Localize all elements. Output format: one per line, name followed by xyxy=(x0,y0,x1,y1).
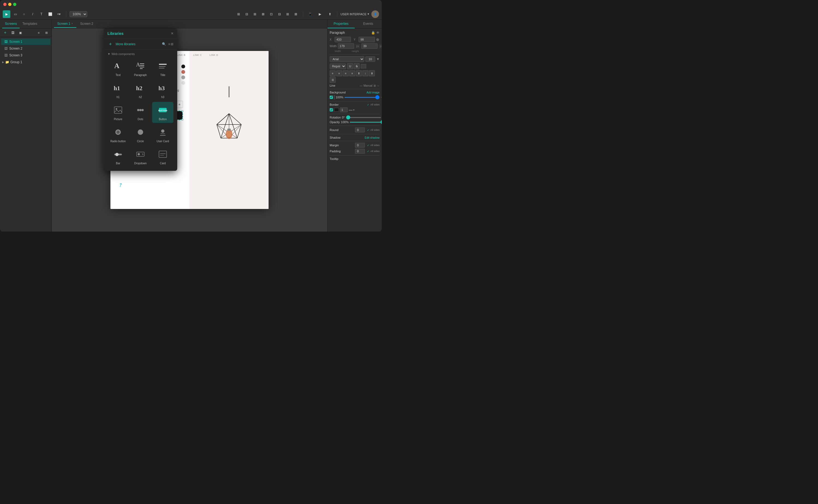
border-color-swatch[interactable] xyxy=(334,108,339,112)
font-family-select[interactable]: Arial xyxy=(330,56,364,62)
mobile-preview-btn[interactable]: 📱 xyxy=(307,10,314,18)
align-center-text-btn[interactable]: ≡ xyxy=(336,70,342,76)
background-checkbox[interactable] xyxy=(330,96,333,99)
font-style-select[interactable]: Regular xyxy=(330,63,346,69)
background-opacity-slider[interactable] xyxy=(344,97,380,98)
more-libraries-link[interactable]: More libraries xyxy=(116,42,160,46)
maximize-button[interactable] xyxy=(13,3,16,6)
add-tool[interactable]: +▾ xyxy=(55,10,63,18)
select-tool[interactable]: ▶ xyxy=(3,10,10,18)
padding-input[interactable] xyxy=(355,149,365,154)
valign-middle-btn[interactable]: ↕ xyxy=(362,70,368,76)
lib-item-text[interactable]: A Text xyxy=(107,58,129,79)
list-view-btn[interactable]: ≡ xyxy=(168,42,170,46)
align-center-btn[interactable]: ⊟ xyxy=(243,10,251,18)
align-right-text-btn[interactable]: ≡ xyxy=(343,70,349,76)
circle-tool[interactable]: ○ xyxy=(20,10,28,18)
sidebar-item-screen3[interactable]: 🖼 Screen 3 xyxy=(1,52,50,59)
lib-item-paragraph[interactable]: A Paragraph xyxy=(130,58,151,79)
lib-item-radio-button[interactable]: Radio button xyxy=(107,124,129,145)
screen-icon-btn[interactable]: 🖼 xyxy=(10,30,16,36)
play-btn[interactable]: ▶ xyxy=(316,10,324,18)
sidebar-item-group1[interactable]: ▶ 📁 Group 1 xyxy=(0,59,51,65)
rectangle-tool[interactable]: ▭ xyxy=(11,10,19,18)
valign-top-btn[interactable]: ⬆ xyxy=(356,70,362,76)
width-input[interactable] xyxy=(338,43,354,49)
element-lock-btn[interactable]: 🔒 xyxy=(371,31,375,35)
user-interface-btn[interactable]: USER INTERFACE ▾ xyxy=(341,12,369,16)
background-color-swatch[interactable] xyxy=(334,95,335,99)
underline-btn[interactable]: U xyxy=(347,63,353,69)
text-tool[interactable]: T xyxy=(38,10,45,18)
font-color-swatch[interactable] xyxy=(361,64,366,68)
tab-events[interactable]: Events xyxy=(355,20,382,28)
align-left-text-btn[interactable]: ≡ xyxy=(330,70,336,76)
sidebar-item-screen2[interactable]: 🖼 Screen 2 xyxy=(1,45,50,52)
libraries-add-btn[interactable]: + xyxy=(107,41,113,47)
sidebar-item-screen1[interactable]: 🖼 Screen 1 xyxy=(1,38,50,45)
canvas-tab-screen1[interactable]: Screen 1 × xyxy=(54,20,76,28)
font-settings-btn[interactable]: ▼ xyxy=(376,57,380,61)
lib-item-dropdown[interactable]: Dropdown xyxy=(130,146,151,167)
valign-bottom-btn[interactable]: ⬇ xyxy=(369,70,375,76)
lib-item-card[interactable]: Card xyxy=(152,146,173,167)
align-left-btn[interactable]: ⊞ xyxy=(235,10,243,18)
align-right-btn[interactable]: ⊞ xyxy=(251,10,259,18)
add-screen-btn[interactable]: + xyxy=(2,30,8,36)
lib-item-h2[interactable]: h2 h2 xyxy=(130,80,151,101)
canvas-tab1-close[interactable]: × xyxy=(71,22,73,25)
x-input[interactable]: 433 xyxy=(335,37,351,42)
border-checkbox[interactable] xyxy=(330,108,333,111)
canvas-tab-screen2[interactable]: Screen 2 xyxy=(77,20,96,28)
position-link-btn[interactable]: ⊕ xyxy=(376,37,379,42)
border-style-btn[interactable]: — xyxy=(349,108,353,112)
lib-item-picture[interactable]: Picture xyxy=(107,102,129,123)
opacity-slider[interactable] xyxy=(350,122,382,123)
lib-item-button[interactable]: BUTTON Button xyxy=(152,102,173,123)
lib-item-h3[interactable]: h3 h3 xyxy=(152,80,173,101)
align-justify-text-btn[interactable]: ≡ xyxy=(349,70,355,76)
align-top-btn[interactable]: ⊟ xyxy=(276,10,283,18)
lib-item-h1[interactable]: h1 h1 xyxy=(107,80,129,101)
line-tool[interactable]: / xyxy=(29,10,37,18)
lib-item-bar[interactable]: Bar xyxy=(107,146,129,167)
list-btn[interactable]: ☰ xyxy=(330,77,336,83)
round-input[interactable] xyxy=(355,127,365,132)
minimize-button[interactable] xyxy=(8,3,11,6)
distribute-h-btn[interactable]: ⊠ xyxy=(259,10,267,18)
height-input[interactable] xyxy=(361,43,378,49)
margin-input[interactable] xyxy=(355,143,365,148)
image-tool[interactable]: ⬜ xyxy=(46,10,54,18)
lib-item-dots[interactable]: Dots xyxy=(130,102,151,123)
user-avatar[interactable]: 👤 xyxy=(371,10,379,18)
tab-templates[interactable]: Templates xyxy=(20,20,40,28)
background-more-btn[interactable]: ⋯ xyxy=(381,95,382,99)
rotation-slider[interactable] xyxy=(346,117,381,118)
border-style-arrow-btn[interactable]: ▾ xyxy=(353,108,355,111)
lib-item-title[interactable]: Title xyxy=(152,58,173,79)
close-button[interactable] xyxy=(3,3,7,6)
list-view-btn[interactable]: ≡ xyxy=(36,30,42,36)
lib-item-circle[interactable]: Circle xyxy=(130,124,151,145)
lib-item-user-card[interactable]: User Card xyxy=(152,124,173,145)
font-size-input[interactable] xyxy=(365,56,375,62)
line-grid-btn[interactable]: ⊞ xyxy=(374,84,376,87)
strikethrough-btn[interactable]: S̶ xyxy=(354,63,360,69)
handle-br[interactable] xyxy=(181,119,183,120)
libraries-close-btn[interactable]: × xyxy=(171,31,173,36)
web-components-header[interactable]: ▼ Web components xyxy=(107,51,173,57)
share-btn[interactable]: ⬆ xyxy=(326,10,334,18)
height-unit[interactable]: px xyxy=(379,44,382,48)
edit-shadow-link[interactable]: Edit shadow xyxy=(365,136,380,139)
grid-view-btn[interactable]: ⊞ xyxy=(171,42,173,46)
spacing-btn[interactable]: ⊠ xyxy=(292,10,300,18)
grid-view-btn[interactable]: ⊞ xyxy=(43,30,49,36)
libraries-search-btn[interactable]: 🔍 xyxy=(162,42,166,46)
y-input[interactable]: 98 xyxy=(359,37,375,42)
distribute-v-btn[interactable]: ⊡ xyxy=(268,10,275,18)
tab-properties[interactable]: Properties xyxy=(328,20,355,28)
border-width-input[interactable] xyxy=(340,107,348,112)
width-unit[interactable]: px xyxy=(355,44,361,48)
handle-tr[interactable] xyxy=(181,110,183,112)
add-image-link[interactable]: Add image xyxy=(366,91,380,94)
